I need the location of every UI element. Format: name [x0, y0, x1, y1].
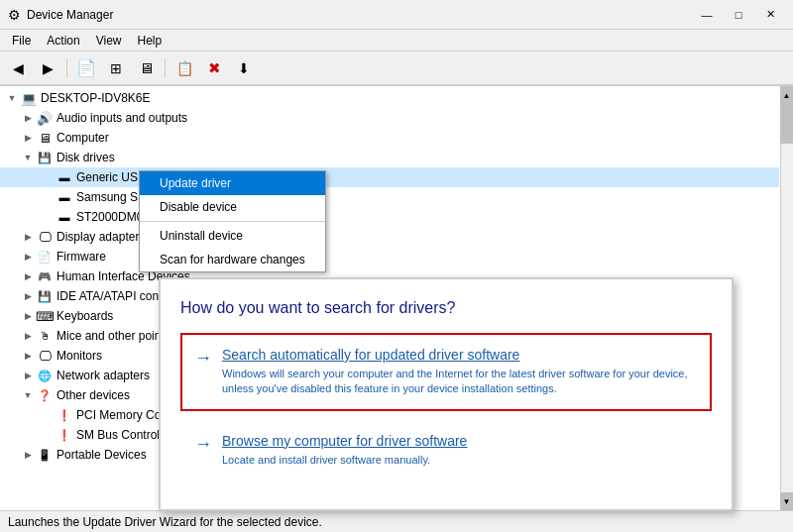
icon-monitors: 🖵 [36, 349, 54, 364]
toolbar: ◀ ▶ 📄 ⊞ 🖥 📋 ✖ ⬇ [0, 52, 793, 85]
print-button[interactable]: 📋 [170, 55, 198, 81]
expand-mice[interactable]: ▶ [20, 331, 36, 341]
menu-view[interactable]: View [88, 32, 130, 50]
title-bar-controls: — □ ✕ [692, 5, 785, 25]
menu-help[interactable]: Help [130, 32, 170, 50]
icon-audio: 🔊 [36, 111, 54, 126]
driver-option-manual-title: Browse my computer for driver software [222, 433, 698, 449]
context-menu-scan[interactable]: Scan for hardware changes [140, 248, 325, 271]
driver-option-manual-desc: Locate and install driver software manua… [222, 453, 698, 468]
arrow-icon-manual: → [194, 434, 212, 455]
tree-item-firmware[interactable]: ▶ 📄 Firmware [0, 247, 779, 266]
label-portable: Portable Devices [57, 448, 147, 462]
context-menu-disable-device[interactable]: Disable device [140, 195, 325, 219]
expand-audio[interactable]: ▶ [20, 113, 36, 123]
icon-pci: ❗ [56, 409, 73, 422]
context-menu: Update driver Disable device Uninstall d… [139, 170, 326, 272]
label-computer: Computer [57, 131, 109, 145]
expand-usb [40, 172, 56, 182]
expand-network[interactable]: ▶ [20, 371, 36, 380]
icon-other: ❓ [36, 389, 54, 402]
icon-ide: 💾 [36, 290, 54, 303]
expand-st2000 [40, 212, 56, 222]
forward-button[interactable]: ▶ [34, 55, 61, 81]
label-disk: Disk drives [57, 151, 115, 164]
update-driver-button[interactable]: ⊞ [102, 55, 130, 81]
expand-firmware[interactable]: ▶ [20, 252, 36, 262]
label-other: Other devices [57, 388, 130, 402]
monitor-button[interactable]: 🖥 [132, 55, 160, 81]
title-bar-text: Device Manager [27, 8, 692, 22]
tree-item-computer[interactable]: ▶ 🖥 Computer [0, 128, 779, 148]
icon-human: 🎮 [36, 270, 54, 283]
icon-network: 🌐 [36, 370, 54, 382]
driver-option-manual[interactable]: → Browse my computer for driver software… [180, 419, 712, 481]
tree-item-display[interactable]: ▶ 🖵 Display adapters [0, 227, 779, 247]
icon-disk: 💾 [36, 152, 54, 164]
tree-item-disk[interactable]: ▼ 💾 Disk drives [0, 148, 779, 167]
label-firmware: Firmware [57, 250, 106, 264]
expand-keyboards[interactable]: ▶ [20, 311, 36, 321]
icon-mice: 🖱 [36, 330, 54, 342]
icon-display: 🖵 [36, 230, 54, 245]
arrow-icon-auto: → [194, 348, 212, 369]
tree-item-usb[interactable]: ▬ Generic USB3.0 USB Device [0, 167, 779, 187]
expand-disk[interactable]: ▼ [20, 153, 36, 162]
title-bar-icon: ⚙ [8, 7, 21, 23]
expand-samsung [40, 192, 56, 202]
menu-file[interactable]: File [4, 32, 39, 50]
icon-portable: 📱 [36, 449, 54, 462]
scrollbar-down[interactable]: ▼ [780, 492, 793, 510]
properties-button[interactable]: 📄 [72, 55, 100, 81]
tree-item-samsung[interactable]: ▬ Samsung SSD 860 EVO [0, 187, 779, 207]
label-network: Network adapters [57, 369, 150, 382]
icon-root: 💻 [20, 91, 38, 106]
driver-option-auto-title: Search automatically for updated driver … [222, 347, 698, 363]
scrollbar[interactable]: ▲ ▼ [780, 86, 793, 510]
delete-button[interactable]: ✖ [200, 55, 228, 81]
status-bar: Launches the Update Driver Wizard for th… [0, 510, 793, 532]
label-keyboards: Keyboards [57, 309, 113, 323]
icon-smbus: ❗ [56, 429, 73, 442]
status-text: Launches the Update Driver Wizard for th… [8, 515, 322, 529]
driver-option-auto[interactable]: → Search automatically for updated drive… [180, 333, 712, 411]
context-menu-uninstall[interactable]: Uninstall device [140, 224, 325, 248]
expand-ide[interactable]: ▶ [20, 291, 36, 301]
toolbar-separator-1 [66, 58, 67, 78]
refresh-button[interactable]: ⬇ [230, 55, 258, 81]
menu-bar: File Action View Help [0, 30, 793, 52]
close-button[interactable]: ✕ [755, 5, 785, 25]
back-button[interactable]: ◀ [4, 55, 32, 81]
icon-st2000: ▬ [56, 211, 73, 223]
expand-root[interactable]: ▼ [4, 93, 20, 103]
context-menu-separator [140, 221, 325, 222]
tree-item-root[interactable]: ▼ 💻 DESKTOP-IDV8K6E [0, 88, 779, 108]
toolbar-separator-2 [165, 58, 166, 78]
tree-item-st2000[interactable]: ▬ ST2000DM008-2FR10 [0, 207, 779, 227]
icon-usb: ▬ [56, 171, 73, 183]
label-monitors: Monitors [57, 349, 102, 363]
menu-action[interactable]: Action [39, 32, 87, 50]
expand-portable[interactable]: ▶ [20, 450, 36, 460]
icon-samsung: ▬ [56, 191, 73, 203]
scrollbar-up[interactable]: ▲ [780, 86, 793, 104]
label-root: DESKTOP-IDV8K6E [41, 91, 150, 105]
expand-human[interactable]: ▶ [20, 271, 36, 281]
label-audio: Audio inputs and outputs [57, 111, 187, 125]
icon-computer: 🖥 [36, 131, 54, 146]
scrollbar-thumb[interactable] [780, 104, 793, 144]
expand-computer[interactable]: ▶ [20, 133, 36, 143]
expand-other[interactable]: ▼ [20, 390, 36, 400]
driver-dialog-title: How do you want to search for drivers? [180, 299, 712, 317]
expand-display[interactable]: ▶ [20, 232, 36, 242]
maximize-button[interactable]: □ [724, 5, 753, 25]
driver-option-manual-content: Browse my computer for driver software L… [222, 433, 698, 468]
expand-monitors[interactable]: ▶ [20, 351, 36, 361]
tree-item-audio[interactable]: ▶ 🔊 Audio inputs and outputs [0, 108, 779, 128]
label-display: Display adapters [57, 230, 145, 244]
driver-search-dialog: How do you want to search for drivers? →… [159, 277, 734, 511]
driver-option-auto-desc: Windows will search your computer and th… [222, 367, 698, 397]
driver-option-auto-content: Search automatically for updated driver … [222, 347, 698, 397]
context-menu-update-driver[interactable]: Update driver [140, 171, 325, 195]
minimize-button[interactable]: — [692, 5, 722, 25]
